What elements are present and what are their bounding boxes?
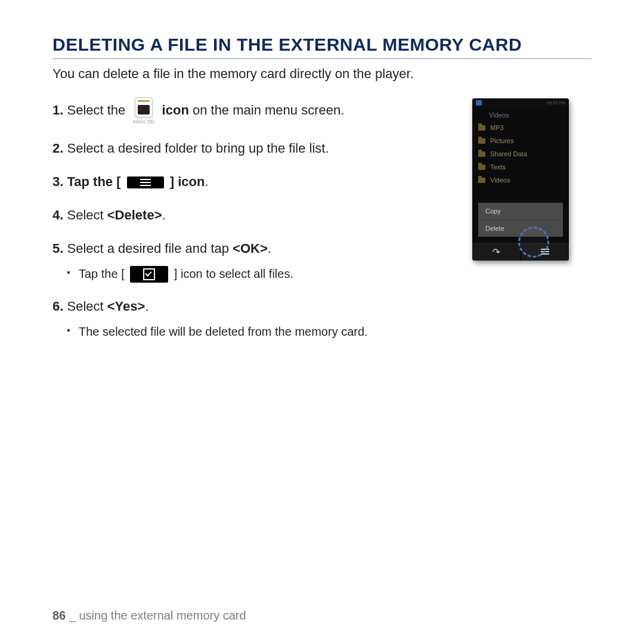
step-text: Select xyxy=(67,208,107,222)
step-6-sub: The selected file will be deleted from t… xyxy=(67,323,459,340)
intro-text: You can delete a file in the memory card… xyxy=(52,66,592,82)
manual-page: DELETING A FILE IN THE EXTERNAL MEMORY C… xyxy=(0,0,644,644)
step-1: 1. Select the micro SD icon on the main … xyxy=(52,97,459,125)
step-3: 3. Tap the [ ] icon. xyxy=(52,172,459,191)
step-number: 5. xyxy=(52,241,63,256)
step-text: Select a desired folder to bring up the … xyxy=(67,141,329,156)
folder-name: Videos xyxy=(490,177,510,184)
footer-section: using the external memory card xyxy=(79,609,246,622)
device-screenshot: 09:02 PM Videos MP3 Pictures Shared Data… xyxy=(472,98,569,261)
folder-name: Texts xyxy=(490,163,506,171)
step-text: on the main menu screen. xyxy=(189,103,344,117)
device-folder-row: MP3 xyxy=(472,121,569,134)
device-folder-row: Texts xyxy=(472,160,569,174)
bracket: ] xyxy=(170,174,174,189)
back-icon: ↶ xyxy=(493,246,500,258)
step-text: . xyxy=(205,174,208,189)
step-text: Tap the xyxy=(67,174,116,189)
device-folder-row: Videos xyxy=(472,174,569,187)
bracket: [ xyxy=(121,267,125,280)
step-text-bold: <Delete> xyxy=(107,208,162,222)
folder-icon xyxy=(478,165,485,170)
folder-name: MP3 xyxy=(490,124,504,131)
device-back-button: ↶ xyxy=(472,243,521,261)
context-menu-item: Copy xyxy=(478,203,563,219)
step-5: 5. Select a desired file and tap <OK>. T… xyxy=(52,239,459,283)
page-number: 86 xyxy=(52,609,66,622)
step-number: 6. xyxy=(52,299,63,314)
device-clock: 09:02 PM xyxy=(547,101,565,105)
select-all-icon xyxy=(130,266,168,283)
step-number: 2. xyxy=(52,141,63,156)
step-text: Select xyxy=(67,299,107,314)
device-folder-row: Pictures xyxy=(472,134,569,147)
sub-text: icon to select all files. xyxy=(177,267,293,280)
step-text-bold: <Yes> xyxy=(107,299,145,314)
sub-item: Tap the [ ] icon to select all files. xyxy=(67,265,459,283)
content-columns: 1. Select the micro SD icon on the main … xyxy=(52,97,592,355)
device-context-menu: Copy Delete xyxy=(478,203,563,237)
step-text: icon xyxy=(174,174,205,189)
folder-icon xyxy=(478,138,485,144)
step-text: . xyxy=(268,241,271,256)
step-text: Select a desired file and tap xyxy=(67,241,233,256)
step-number: 1. xyxy=(52,103,63,117)
step-text: . xyxy=(145,299,148,314)
device-file-list: MP3 Pictures Shared Data Texts Videos xyxy=(472,121,569,187)
sub-item: The selected file will be deleted from t… xyxy=(67,323,459,340)
footer-separator: _ xyxy=(66,609,79,622)
step-5-sub: Tap the [ ] icon to select all files. xyxy=(67,265,459,283)
folder-icon xyxy=(478,151,485,157)
folder-name: Pictures xyxy=(490,137,514,144)
device-status-bar: 09:02 PM xyxy=(472,98,569,107)
page-title: DELETING A FILE IN THE EXTERNAL MEMORY C… xyxy=(52,35,592,55)
device-folder-row: Shared Data xyxy=(472,147,569,160)
step-text-bold: <OK> xyxy=(233,241,268,256)
folder-icon xyxy=(478,125,485,131)
step-text: Select the xyxy=(67,103,125,117)
folder-name: Shared Data xyxy=(490,150,527,157)
microsd-icon: micro SD xyxy=(132,97,154,125)
microsd-label: micro SD xyxy=(132,119,154,125)
sd-indicator-icon xyxy=(476,100,482,106)
highlight-ring xyxy=(518,227,549,258)
instruction-list: 1. Select the micro SD icon on the main … xyxy=(52,97,459,355)
step-2: 2. Select a desired folder to bring up t… xyxy=(52,139,459,158)
step-number: 3. xyxy=(52,174,63,189)
device-heading: Videos xyxy=(472,107,569,121)
menu-icon xyxy=(127,177,164,188)
step-text: . xyxy=(162,208,165,222)
page-footer: 86 _ using the external memory card xyxy=(52,609,246,623)
step-text-bold: icon xyxy=(162,103,189,117)
title-rule xyxy=(52,58,592,59)
step-4: 4. Select <Delete>. xyxy=(52,206,459,225)
sub-text: Tap the xyxy=(79,267,121,280)
step-number: 4. xyxy=(52,208,63,222)
bracket: [ xyxy=(116,174,120,189)
folder-icon xyxy=(478,178,485,183)
step-6: 6. Select <Yes>. The selected file will … xyxy=(52,297,459,340)
